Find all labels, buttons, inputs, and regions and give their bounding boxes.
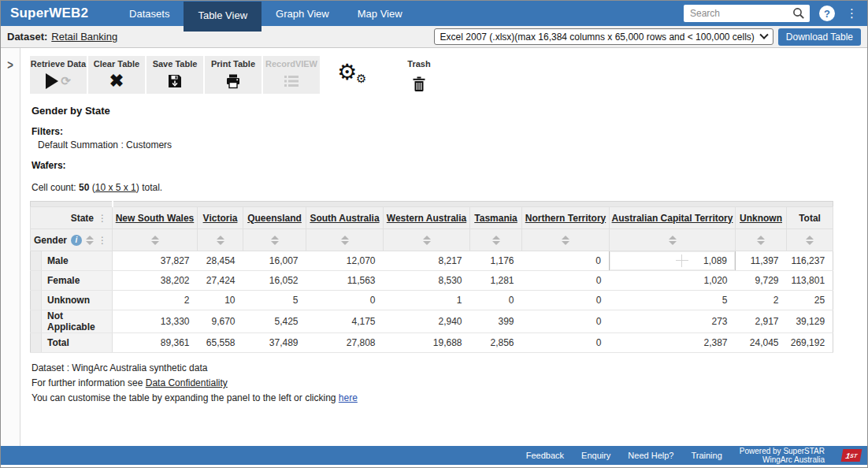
data-cell[interactable]: 2 bbox=[113, 291, 198, 310]
data-cell[interactable]: 4,175 bbox=[306, 310, 384, 333]
data-cell[interactable]: 65,558 bbox=[198, 333, 243, 353]
data-cell[interactable]: 11,563 bbox=[306, 271, 384, 291]
data-cell[interactable]: 2,387 bbox=[610, 333, 736, 353]
data-cell[interactable]: 12,070 bbox=[306, 251, 384, 271]
data-cell[interactable]: 399 bbox=[470, 310, 522, 333]
data-cell[interactable]: 1,281 bbox=[470, 271, 522, 291]
footer-link-training[interactable]: Training bbox=[691, 451, 721, 460]
data-cell[interactable]: 37,489 bbox=[243, 333, 306, 353]
download-table-button[interactable]: Download Table bbox=[778, 28, 861, 46]
data-cell[interactable]: 19,688 bbox=[384, 333, 470, 353]
save-table-button[interactable]: Save Table bbox=[147, 56, 203, 94]
overflow-menu-icon[interactable]: ⋮ bbox=[844, 6, 859, 20]
data-cell[interactable]: 0 bbox=[522, 251, 610, 271]
nav-table-view[interactable]: Table View bbox=[184, 2, 262, 32]
footer-link-need-help[interactable]: Need Help? bbox=[628, 451, 673, 460]
data-cell[interactable]: 0 bbox=[470, 291, 522, 310]
data-cell[interactable]: 1,020 bbox=[610, 271, 736, 291]
column-header-link[interactable]: Northern Territory bbox=[525, 213, 606, 224]
data-cell[interactable]: 0 bbox=[522, 333, 610, 353]
search-icon[interactable] bbox=[792, 7, 805, 20]
clear-table-button[interactable]: Clear Table ✖ bbox=[88, 56, 145, 94]
data-cell[interactable]: 9,670 bbox=[198, 310, 243, 333]
col-axis-menu-icon[interactable]: ⋮ bbox=[98, 214, 107, 222]
settings-button[interactable]: ⚙ ⚙ bbox=[336, 56, 372, 94]
help-icon[interactable]: ? bbox=[819, 6, 835, 21]
trash-button[interactable]: Trash bbox=[395, 56, 443, 93]
data-cell[interactable]: 2 bbox=[736, 291, 787, 310]
column-header-link[interactable]: Tasmania bbox=[474, 213, 517, 224]
data-cell[interactable]: 11,397 bbox=[736, 251, 787, 271]
data-cell[interactable]: 1 bbox=[384, 291, 470, 310]
data-cell[interactable]: 269,192 bbox=[787, 333, 833, 353]
nav-map-view[interactable]: Map View bbox=[343, 1, 417, 27]
data-cell[interactable]: 89,361 bbox=[113, 333, 198, 353]
data-cell[interactable]: 27,808 bbox=[306, 333, 384, 353]
data-cell[interactable]: 5 bbox=[243, 291, 306, 310]
row-label[interactable]: Total bbox=[42, 333, 113, 353]
column-header-link[interactable]: Queensland bbox=[247, 213, 302, 224]
data-cell[interactable]: 2,856 bbox=[470, 333, 522, 353]
data-cell[interactable]: 37,827 bbox=[113, 251, 198, 271]
data-cell[interactable]: 0 bbox=[306, 291, 384, 310]
data-cell[interactable]: 2,917 bbox=[736, 310, 787, 333]
row-axis-label[interactable]: Gender bbox=[34, 235, 67, 246]
footer-link-enquiry[interactable]: Enquiry bbox=[581, 451, 610, 460]
column-header-link[interactable]: Victoria bbox=[203, 213, 238, 224]
column-header-link[interactable]: New South Wales bbox=[116, 213, 195, 224]
sort-icon[interactable] bbox=[341, 236, 349, 245]
data-confidentiality-link[interactable]: Data Confidentiality bbox=[146, 377, 228, 388]
sort-icon[interactable] bbox=[217, 236, 224, 245]
sort-icon[interactable] bbox=[86, 236, 94, 245]
nav-datasets[interactable]: Datasets bbox=[115, 1, 184, 27]
expand-panel-chevron-icon[interactable]: > bbox=[7, 58, 13, 73]
export-format-select[interactable]: Excel 2007 (.xlsx)(max 16,384 columns x … bbox=[434, 28, 773, 45]
print-table-button[interactable]: Print Table bbox=[205, 56, 262, 94]
cell-count-link[interactable]: 10 x 5 x 1 bbox=[95, 182, 136, 193]
col-axis-label[interactable]: State bbox=[71, 213, 94, 224]
data-cell[interactable]: 13,330 bbox=[113, 310, 198, 333]
data-cell[interactable]: 27,424 bbox=[198, 271, 243, 291]
data-cell[interactable]: 16,007 bbox=[243, 251, 306, 271]
data-cell[interactable]: 5 bbox=[610, 291, 736, 310]
data-cell[interactable]: 8,217 bbox=[384, 251, 470, 271]
column-header-link[interactable]: Australian Capital Territory bbox=[612, 213, 733, 224]
sort-icon[interactable] bbox=[562, 236, 569, 245]
data-cell[interactable]: 113,801 bbox=[787, 271, 833, 291]
data-cell[interactable]: 24,045 bbox=[736, 333, 787, 353]
row-label[interactable]: Not Applicable bbox=[42, 310, 113, 333]
data-cell[interactable]: 0 bbox=[522, 310, 610, 333]
data-cell[interactable]: 38,202 bbox=[113, 271, 198, 291]
data-cell[interactable]: 2,940 bbox=[384, 310, 470, 333]
data-cell[interactable]: 5,425 bbox=[243, 310, 306, 333]
data-cell[interactable]: 25 bbox=[787, 291, 833, 310]
customise-here-link[interactable]: here bbox=[339, 392, 358, 403]
data-cell[interactable]: 1,176 bbox=[470, 251, 522, 271]
row-label[interactable]: Unknown bbox=[42, 291, 113, 310]
data-cell[interactable]: 0 bbox=[522, 271, 610, 291]
column-header-link[interactable]: South Australia bbox=[310, 213, 379, 224]
data-cell[interactable]: 10 bbox=[198, 291, 243, 310]
retrieve-data-button[interactable]: Retrieve Data ⟳ bbox=[30, 56, 87, 94]
data-cell[interactable]: 0 bbox=[522, 291, 610, 310]
sort-icon[interactable] bbox=[151, 236, 159, 245]
data-cell[interactable]: 8,530 bbox=[384, 271, 470, 291]
data-cell[interactable]: 116,237 bbox=[787, 251, 833, 271]
data-cell-selected[interactable]: 1,089 bbox=[610, 251, 736, 271]
sort-icon[interactable] bbox=[757, 236, 765, 245]
sort-icon[interactable] bbox=[669, 236, 677, 245]
data-cell[interactable]: 273 bbox=[610, 310, 736, 333]
search-input[interactable] bbox=[684, 5, 810, 22]
sort-icon[interactable] bbox=[806, 236, 814, 245]
row-label[interactable]: Female bbox=[42, 271, 113, 291]
info-icon[interactable]: i bbox=[71, 235, 82, 246]
sort-icon[interactable] bbox=[492, 236, 500, 245]
data-cell[interactable]: 9,729 bbox=[736, 271, 787, 291]
column-header-link[interactable]: Western Australia bbox=[387, 213, 466, 224]
column-header-link[interactable]: Unknown bbox=[740, 213, 782, 224]
footer-link-feedback[interactable]: Feedback bbox=[526, 451, 564, 460]
sort-icon[interactable] bbox=[271, 236, 279, 245]
sort-icon[interactable] bbox=[423, 236, 431, 245]
wingarc1st-logo[interactable]: 1ST bbox=[841, 449, 862, 462]
data-cell[interactable]: 28,454 bbox=[198, 251, 243, 271]
